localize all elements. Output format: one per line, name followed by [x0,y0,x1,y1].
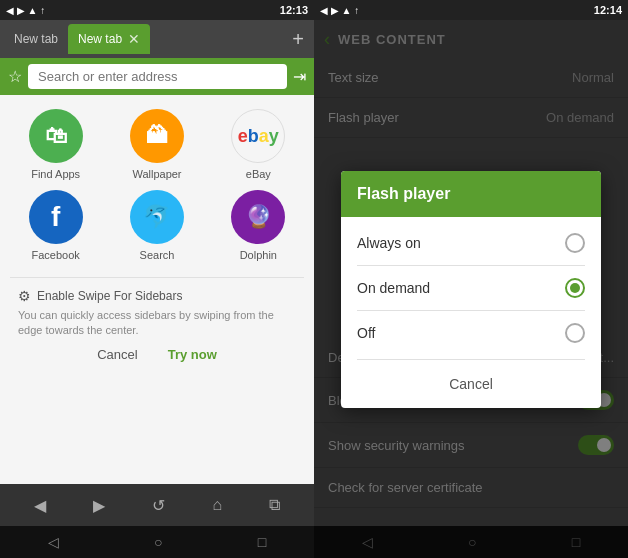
tab-bar: New tab New tab ✕ + [0,20,314,58]
bookmark-search[interactable]: 🐬 Search [111,190,202,261]
swipe-cancel-button[interactable]: Cancel [97,347,137,362]
dialog-title: Flash player [341,171,601,217]
nav-tabs-button[interactable]: ⧉ [261,492,288,518]
bookmark-wallpaper[interactable]: 🏔 Wallpaper [111,109,202,180]
nav-back-button[interactable]: ◀ [26,492,54,519]
alwayson-radio[interactable] [565,233,585,253]
address-bar: ☆ ⇥ [0,58,314,95]
dialog-cancel-button[interactable]: Cancel [429,370,513,398]
bookmark-dolphin[interactable]: 🔮 Dolphin [213,190,304,261]
settings-gear-icon: ⚙ [18,288,31,304]
nav-home-button[interactable]: ⌂ [204,492,230,518]
nav-forward-button[interactable]: ▶ [85,492,113,519]
time-right: 12:14 [594,4,622,16]
new-tab-content: 🛍 Find Apps 🏔 Wallpaper ebay eBay f Face… [0,95,314,484]
swipe-title-text: Enable Swipe For Sidebars [37,289,182,303]
status-icons-right: ◀ ▶ ▲ ↑ [320,5,359,16]
browser-bottom-nav: ◀ ▶ ↺ ⌂ ⧉ [0,484,314,526]
dolphin-icon: 🔮 [231,190,285,244]
flash-player-dialog-overlay: Flash player Always on On demand [314,20,628,558]
ondemand-label: On demand [357,280,430,296]
bookmark-ebay[interactable]: ebay eBay [213,109,304,180]
findapps-label: Find Apps [31,168,80,180]
facebook-label: Facebook [32,249,80,261]
dialog-footer: Cancel [341,360,601,408]
flash-player-dialog: Flash player Always on On demand [341,171,601,408]
dialog-option-ondemand[interactable]: On demand [341,266,601,310]
tab-2[interactable]: New tab ✕ [68,24,150,54]
search-label: Search [140,249,175,261]
dolphin-label: Dolphin [240,249,277,261]
android-recents-button[interactable]: □ [258,534,266,550]
nav-refresh-button[interactable]: ↺ [144,492,173,519]
dialog-option-alwayson[interactable]: Always on [341,221,601,265]
time-left: 12:13 [280,4,308,16]
bookmarks-grid: 🛍 Find Apps 🏔 Wallpaper ebay eBay f Face… [10,109,304,261]
tab-2-close-icon[interactable]: ✕ [128,31,140,47]
bookmark-findapps[interactable]: 🛍 Find Apps [10,109,101,180]
off-radio[interactable] [565,323,585,343]
swipe-description: You can quickly access sidebars by swipi… [18,308,296,339]
facebook-icon: f [29,190,83,244]
left-panel: ◀ ▶ ▲ ↑ 12:13 New tab New tab ✕ + ☆ ⇥ 🛍 … [0,0,314,558]
swipe-title: ⚙ Enable Swipe For Sidebars [18,288,296,304]
swipe-hint: ⚙ Enable Swipe For Sidebars You can quic… [10,277,304,372]
android-home-button[interactable]: ○ [154,534,162,550]
status-bar-right: ◀ ▶ ▲ ↑ 12:14 [314,0,628,20]
swipe-actions: Cancel Try now [18,347,296,362]
wallpaper-label: Wallpaper [132,168,181,180]
right-panel: ◀ ▶ ▲ ↑ 12:14 ‹ WEB CONTENT Text size No… [314,0,628,558]
status-bar-left: ◀ ▶ ▲ ↑ 12:13 [0,0,314,20]
bookmark-star-icon[interactable]: ☆ [8,67,22,86]
android-back-button[interactable]: ◁ [48,534,59,550]
findapps-icon: 🛍 [29,109,83,163]
alwayson-label: Always on [357,235,421,251]
bookmark-facebook[interactable]: f Facebook [10,190,101,261]
share-icon[interactable]: ⇥ [293,67,306,86]
ebay-icon: ebay [231,109,285,163]
android-nav-left: ◁ ○ □ [0,526,314,558]
tab-1-label: New tab [14,32,58,46]
tab-2-label: New tab [78,32,122,46]
ondemand-radio[interactable] [565,278,585,298]
dialog-option-off[interactable]: Off [341,311,601,355]
off-label: Off [357,325,375,341]
add-tab-button[interactable]: + [286,28,310,51]
search-icon: 🐬 [130,190,184,244]
ebay-label: eBay [246,168,271,180]
tab-1[interactable]: New tab [4,24,68,54]
radio-inner-selected [570,283,580,293]
status-icons-left: ◀ ▶ ▲ ↑ [6,5,45,16]
swipe-try-button[interactable]: Try now [168,347,217,362]
wallpaper-icon: 🏔 [130,109,184,163]
dialog-options: Always on On demand Off [341,217,601,359]
address-input[interactable] [28,64,287,89]
